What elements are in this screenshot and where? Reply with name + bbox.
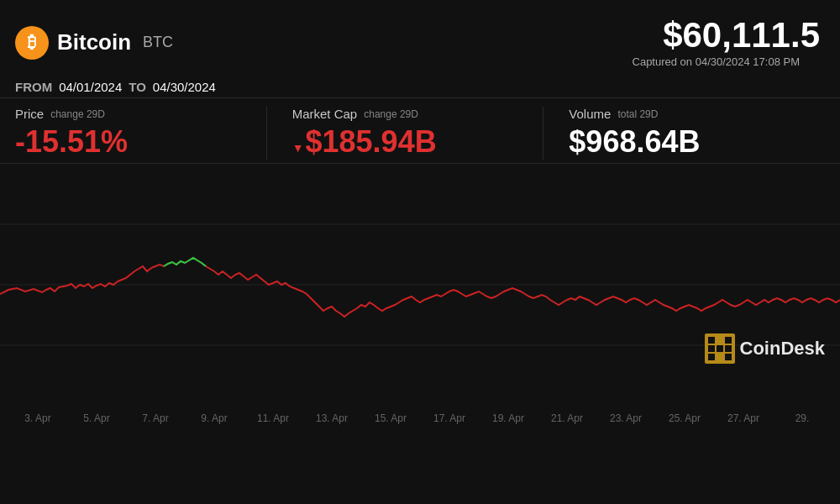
current-price: $60,111.5 xyxy=(663,15,820,55)
x-label-6: 13. Apr xyxy=(302,412,361,424)
from-date: 04/01/2024 xyxy=(59,80,122,94)
x-label-2: 5. Apr xyxy=(67,412,126,424)
btc-logo-icon: ₿ xyxy=(15,26,49,60)
x-label-1: 3. Apr xyxy=(8,412,67,424)
marketcap-stat-block: Market Cap change 29D ▼$185.94B xyxy=(266,107,543,160)
x-label-9: 19. Apr xyxy=(479,412,538,424)
volume-stat-label: Volume xyxy=(569,107,611,121)
x-label-14: 29. xyxy=(773,412,832,424)
marketcap-stat-label: Market Cap xyxy=(292,107,358,121)
svg-rect-6 xyxy=(725,337,732,344)
to-label: TO xyxy=(129,80,146,94)
coindesk-brand-text: CoinDesk xyxy=(740,338,825,360)
x-label-13: 27. Apr xyxy=(714,412,773,424)
volume-stat-block: Volume total 29D $968.64B xyxy=(543,107,820,160)
coindesk-icon xyxy=(705,333,735,364)
captured-info: Captured on 04/30/2024 17:08 PM xyxy=(633,55,820,70)
to-date: 04/30/2024 xyxy=(153,80,216,94)
x-label-8: 17. Apr xyxy=(420,412,479,424)
brand-ticker: BTC xyxy=(143,34,173,51)
from-label: FROM xyxy=(15,80,52,94)
svg-rect-5 xyxy=(717,337,723,344)
x-label-4: 9. Apr xyxy=(185,412,244,424)
marketcap-stat-sublabel: change 29D xyxy=(364,108,418,120)
svg-rect-9 xyxy=(725,345,732,352)
price-stat-value: -15.51% xyxy=(15,124,266,160)
x-label-11: 23. Apr xyxy=(596,412,655,424)
x-label-12: 25. Apr xyxy=(655,412,714,424)
volume-stat-value: $968.64B xyxy=(569,124,820,160)
down-arrow-icon: ▼ xyxy=(292,141,304,155)
chart-x-axis: 3. Apr 5. Apr 7. Apr 9. Apr 11. Apr 13. … xyxy=(0,407,840,424)
price-chart: CoinDesk xyxy=(0,164,840,407)
x-label-10: 21. Apr xyxy=(538,412,596,424)
brand-name: Bitcoin xyxy=(57,29,131,55)
price-stat-block: Price change 29D -15.51% xyxy=(15,107,266,160)
price-stat-label: Price xyxy=(15,107,44,121)
price-stat-sublabel: change 29D xyxy=(50,108,105,120)
svg-rect-8 xyxy=(717,345,723,352)
x-label-7: 15. Apr xyxy=(361,412,420,424)
svg-rect-10 xyxy=(708,354,715,360)
svg-rect-4 xyxy=(708,337,715,344)
volume-stat-sublabel: total 29D xyxy=(617,108,658,120)
coindesk-logo: CoinDesk xyxy=(705,333,825,364)
svg-rect-12 xyxy=(725,354,732,360)
x-label-5: 11. Apr xyxy=(244,412,302,424)
x-label-3: 7. Apr xyxy=(126,412,185,424)
svg-rect-7 xyxy=(708,345,715,352)
svg-rect-11 xyxy=(717,354,723,360)
marketcap-stat-value: ▼$185.94B xyxy=(292,124,543,160)
